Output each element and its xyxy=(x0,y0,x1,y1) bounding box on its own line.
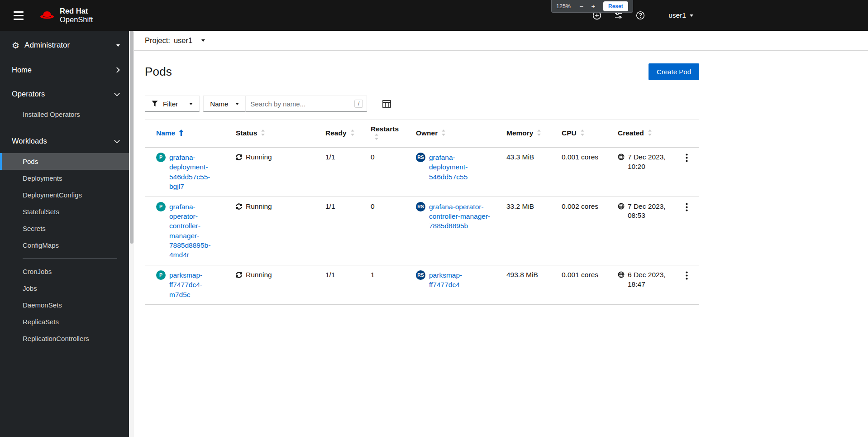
column-header-ready[interactable]: Ready xyxy=(318,120,363,148)
help-icon[interactable] xyxy=(636,11,645,20)
created-text: 7 Dec 2023, 08:53 xyxy=(628,202,667,221)
owner-link[interactable]: parksmap-ff7477dc4 xyxy=(429,270,492,290)
main-content: Project: user1 Pods Create Pod Filter xyxy=(134,31,868,437)
column-header-created[interactable]: Created xyxy=(610,120,674,148)
globe-icon xyxy=(618,271,625,278)
zoom-in-button[interactable]: + xyxy=(588,3,599,10)
column-header-status[interactable]: Status xyxy=(229,120,318,148)
replicaset-badge: RS xyxy=(416,270,425,280)
toolbar: Filter Name / xyxy=(145,96,868,112)
zoom-out-button[interactable]: − xyxy=(576,3,587,10)
sidebar-section-label: Operators xyxy=(12,90,115,98)
sidebar-section-operators[interactable]: Operators xyxy=(0,82,129,106)
sidebar-section-home[interactable]: Home xyxy=(0,58,129,82)
cell-cpu: 0.001 cores xyxy=(554,148,610,197)
sidebar-item-deployments[interactable]: Deployments xyxy=(0,170,129,187)
sidebar-item-statefulsets[interactable]: StatefulSets xyxy=(0,203,129,220)
cell-ready: 1/1 xyxy=(318,197,363,265)
cell-cpu: 0.002 cores xyxy=(554,197,610,265)
sort-icon xyxy=(441,130,446,138)
sort-icon xyxy=(648,130,652,138)
chevron-down-icon xyxy=(114,138,120,144)
slash-shortcut-hint: / xyxy=(354,100,363,108)
sidebar-sublist: PodsDeploymentsDeploymentConfigsStateful… xyxy=(0,153,129,347)
status-text: Running xyxy=(246,153,272,162)
row-kebab-button[interactable] xyxy=(682,153,691,164)
table-body: Pgrafana-deployment-546dd57c55-bgjl7Runn… xyxy=(145,148,699,305)
column-header-cpu[interactable]: CPU xyxy=(554,120,610,148)
filter-label: Filter xyxy=(163,100,178,108)
sidebar-divider xyxy=(23,258,117,259)
cell-name: Pgrafana-operator-controller-manager-788… xyxy=(145,197,229,265)
sidebar-item-jobs[interactable]: Jobs xyxy=(0,280,129,297)
sidebar-section-workloads[interactable]: Workloads xyxy=(0,129,129,153)
scrollbar-thumb[interactable] xyxy=(130,31,134,244)
pod-name-link[interactable]: grafana-operator-controller-manager-7885… xyxy=(169,202,221,260)
sidebar-item-replicasets[interactable]: ReplicaSets xyxy=(0,313,129,330)
page-header: Pods Create Pod xyxy=(145,63,699,80)
sidebar-item-secrets[interactable]: Secrets xyxy=(0,220,129,237)
column-header-memory[interactable]: Memory xyxy=(499,120,554,148)
owner-link[interactable]: grafana-deployment-546dd57c55 xyxy=(429,153,492,182)
project-selector[interactable]: Project: user1 xyxy=(145,36,205,45)
cell-owner: RSparksmap-ff7477dc4 xyxy=(409,265,499,304)
perspective-switcher[interactable]: ⚙ Administrator xyxy=(0,31,129,58)
filter-dropdown[interactable]: Filter xyxy=(145,96,200,112)
project-value: user1 xyxy=(174,36,192,45)
pod-name-link[interactable]: grafana-deployment-546dd57c55-bgjl7 xyxy=(169,153,221,192)
table-row: Pgrafana-operator-controller-manager-788… xyxy=(145,197,699,265)
row-kebab-button[interactable] xyxy=(682,270,691,282)
zoom-level: 125% xyxy=(556,3,571,10)
attribute-dropdown[interactable]: Name xyxy=(203,96,246,112)
sidebar-nav: HomeOperatorsInstalled OperatorsWorkload… xyxy=(0,58,129,437)
browser-zoom-popup: 125% − + Reset xyxy=(551,0,633,13)
nav-toggle-button[interactable] xyxy=(12,10,25,22)
sidebar-item-deploymentconfigs[interactable]: DeploymentConfigs xyxy=(0,187,129,203)
brand-logo[interactable]: Red Hat OpenShift xyxy=(39,7,93,24)
row-kebab-button[interactable] xyxy=(682,202,691,214)
pod-badge: P xyxy=(156,153,166,162)
table-header-row: NameStatusReadyRestartsOwnerMemoryCPUCre… xyxy=(145,120,699,148)
page-title: Pods xyxy=(145,65,172,79)
kebab-icon xyxy=(686,206,688,213)
cell-ready: 1/1 xyxy=(318,265,363,304)
create-pod-button[interactable]: Create Pod xyxy=(649,63,699,80)
pod-name-link[interactable]: parksmap-ff7477dc4-m7d5c xyxy=(169,270,221,299)
sidebar-item-configmaps[interactable]: ConfigMaps xyxy=(0,237,129,254)
column-header-owner[interactable]: Owner xyxy=(409,120,499,148)
cell-name: Pgrafana-deployment-546dd57c55-bgjl7 xyxy=(145,148,229,197)
username: user1 xyxy=(668,11,686,19)
cell-actions xyxy=(674,265,699,304)
manage-columns-button[interactable] xyxy=(381,98,393,110)
owner-link[interactable]: grafana-operator-controller-manager-7885… xyxy=(429,202,492,231)
zoom-reset-button[interactable]: Reset xyxy=(603,1,628,11)
created-text: 6 Dec 2023, 18:47 xyxy=(628,270,667,289)
pod-badge: P xyxy=(156,202,166,211)
column-header-name[interactable]: Name xyxy=(145,120,229,148)
sidebar-item-daemonsets[interactable]: DaemonSets xyxy=(0,297,129,313)
search-input[interactable] xyxy=(246,96,367,112)
sidebar-item-cronjobs[interactable]: CronJobs xyxy=(0,263,129,280)
cell-cpu: 0.001 cores xyxy=(554,265,610,304)
sidebar-item-replicationcontrollers[interactable]: ReplicationControllers xyxy=(0,330,129,347)
project-bar: Project: user1 xyxy=(134,31,868,51)
sync-icon xyxy=(236,272,242,278)
cell-created: 6 Dec 2023, 18:47 xyxy=(610,265,674,304)
cell-name: Pparksmap-ff7477dc4-m7d5c xyxy=(145,265,229,304)
sidebar-item-installed-operators[interactable]: Installed Operators xyxy=(0,106,129,123)
user-menu[interactable]: user1 xyxy=(668,11,693,19)
column-header-restarts[interactable]: Restarts xyxy=(363,120,409,148)
cell-restarts: 1 xyxy=(363,265,409,304)
cell-restarts: 0 xyxy=(363,148,409,197)
sidebar-section-label: Home xyxy=(12,66,115,74)
column-label: Created xyxy=(618,129,644,137)
caret-down-icon xyxy=(189,103,193,105)
sort-ascending-icon xyxy=(179,130,184,138)
replicaset-badge: RS xyxy=(416,153,425,162)
caret-down-icon xyxy=(201,39,205,42)
sidebar-item-pods[interactable]: Pods xyxy=(0,153,129,170)
sidebar-scrollbar[interactable] xyxy=(129,31,134,437)
project-label: Project: xyxy=(145,36,170,45)
cell-created: 7 Dec 2023, 08:53 xyxy=(610,197,674,265)
cell-restarts: 0 xyxy=(363,197,409,265)
